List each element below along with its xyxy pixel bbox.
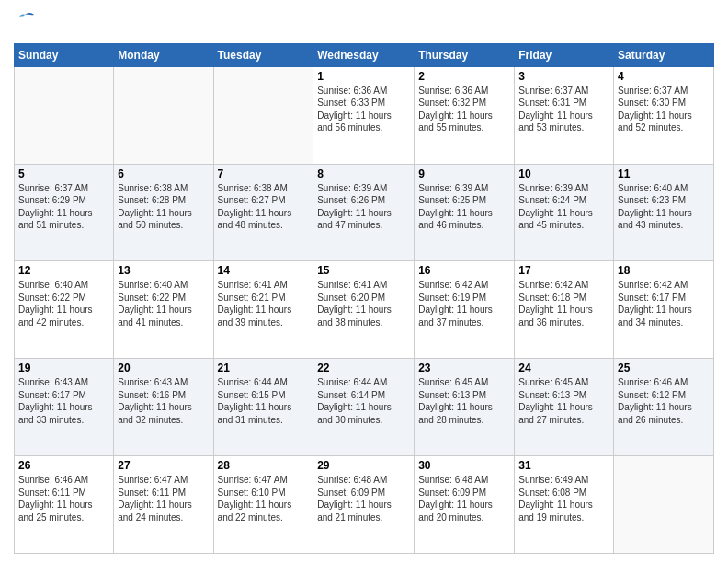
cell-content: Sunrise: 6:39 AMSunset: 6:25 PMDaylight:… — [418, 182, 510, 232]
col-header-tuesday: Tuesday — [213, 43, 313, 66]
day-number: 30 — [418, 459, 510, 472]
col-header-friday: Friday — [515, 43, 614, 66]
calendar-cell: 19Sunrise: 6:43 AMSunset: 6:17 PMDayligh… — [15, 359, 114, 456]
calendar-cell — [15, 66, 114, 164]
calendar-header-row: SundayMondayTuesdayWednesdayThursdayFrid… — [15, 43, 714, 66]
day-number: 29 — [317, 459, 410, 472]
calendar-week-row: 12Sunrise: 6:40 AMSunset: 6:22 PMDayligh… — [15, 261, 714, 359]
calendar-cell — [614, 456, 714, 554]
day-number: 17 — [518, 264, 609, 277]
cell-content: Sunrise: 6:41 AMSunset: 6:21 PMDaylight:… — [218, 279, 310, 328]
cell-content: Sunrise: 6:36 AMSunset: 6:32 PMDaylight:… — [418, 85, 510, 134]
cell-content: Sunrise: 6:40 AMSunset: 6:22 PMDaylight:… — [118, 279, 209, 328]
day-number: 14 — [218, 264, 310, 277]
cell-content: Sunrise: 6:42 AMSunset: 6:19 PMDaylight:… — [418, 279, 510, 328]
day-number: 22 — [317, 362, 410, 374]
calendar-cell: 6Sunrise: 6:38 AMSunset: 6:28 PMDaylight… — [114, 164, 213, 261]
calendar-cell — [213, 66, 313, 164]
calendar-cell: 23Sunrise: 6:45 AMSunset: 6:13 PMDayligh… — [415, 359, 515, 456]
calendar-cell: 1Sunrise: 6:36 AMSunset: 6:33 PMDaylight… — [313, 66, 415, 164]
day-number: 6 — [118, 167, 209, 180]
day-number: 31 — [518, 459, 609, 472]
calendar-cell: 26Sunrise: 6:46 AMSunset: 6:11 PMDayligh… — [15, 456, 114, 554]
calendar-cell: 7Sunrise: 6:38 AMSunset: 6:27 PMDaylight… — [213, 164, 313, 261]
day-number: 7 — [218, 167, 310, 180]
logo — [14, 9, 38, 36]
calendar-cell: 18Sunrise: 6:42 AMSunset: 6:17 PMDayligh… — [614, 261, 714, 359]
calendar-cell: 24Sunrise: 6:45 AMSunset: 6:13 PMDayligh… — [515, 359, 614, 456]
calendar-cell: 4Sunrise: 6:37 AMSunset: 6:30 PMDaylight… — [614, 66, 714, 164]
cell-content: Sunrise: 6:46 AMSunset: 6:12 PMDaylight:… — [618, 376, 710, 426]
day-number: 20 — [118, 362, 209, 374]
calendar-cell: 22Sunrise: 6:44 AMSunset: 6:14 PMDayligh… — [313, 359, 415, 456]
calendar-week-row: 5Sunrise: 6:37 AMSunset: 6:29 PMDaylight… — [15, 164, 714, 261]
calendar-cell: 25Sunrise: 6:46 AMSunset: 6:12 PMDayligh… — [614, 359, 714, 456]
calendar-cell: 11Sunrise: 6:40 AMSunset: 6:23 PMDayligh… — [614, 164, 714, 261]
calendar-week-row: 19Sunrise: 6:43 AMSunset: 6:17 PMDayligh… — [15, 359, 714, 456]
day-number: 8 — [317, 167, 410, 180]
calendar-cell: 5Sunrise: 6:37 AMSunset: 6:29 PMDaylight… — [15, 164, 114, 261]
day-number: 28 — [218, 459, 310, 472]
calendar-cell: 9Sunrise: 6:39 AMSunset: 6:25 PMDaylight… — [415, 164, 515, 261]
logo-bird-icon — [16, 9, 38, 31]
cell-content: Sunrise: 6:42 AMSunset: 6:18 PMDaylight:… — [518, 279, 609, 328]
cell-content: Sunrise: 6:39 AMSunset: 6:24 PMDaylight:… — [518, 182, 609, 232]
cell-content: Sunrise: 6:48 AMSunset: 6:09 PMDaylight:… — [317, 474, 410, 523]
day-number: 26 — [18, 459, 109, 472]
calendar-week-row: 1Sunrise: 6:36 AMSunset: 6:33 PMDaylight… — [15, 66, 714, 164]
day-number: 12 — [18, 264, 109, 277]
col-header-sunday: Sunday — [15, 43, 114, 66]
calendar-table: SundayMondayTuesdayWednesdayThursdayFrid… — [14, 43, 714, 554]
cell-content: Sunrise: 6:43 AMSunset: 6:17 PMDaylight:… — [18, 376, 109, 426]
cell-content: Sunrise: 6:37 AMSunset: 6:30 PMDaylight:… — [618, 85, 710, 134]
cell-content: Sunrise: 6:49 AMSunset: 6:08 PMDaylight:… — [518, 474, 609, 523]
cell-content: Sunrise: 6:46 AMSunset: 6:11 PMDaylight:… — [18, 474, 109, 523]
calendar-cell — [114, 66, 213, 164]
logo-text — [14, 9, 38, 36]
calendar-cell: 10Sunrise: 6:39 AMSunset: 6:24 PMDayligh… — [515, 164, 614, 261]
day-number: 27 — [118, 459, 209, 472]
calendar-cell: 27Sunrise: 6:47 AMSunset: 6:11 PMDayligh… — [114, 456, 213, 554]
calendar-cell: 2Sunrise: 6:36 AMSunset: 6:32 PMDaylight… — [415, 66, 515, 164]
cell-content: Sunrise: 6:37 AMSunset: 6:31 PMDaylight:… — [518, 85, 609, 134]
cell-content: Sunrise: 6:41 AMSunset: 6:20 PMDaylight:… — [317, 279, 410, 328]
calendar-cell: 21Sunrise: 6:44 AMSunset: 6:15 PMDayligh… — [213, 359, 313, 456]
day-number: 2 — [418, 70, 510, 83]
day-number: 13 — [118, 264, 209, 277]
col-header-thursday: Thursday — [415, 43, 515, 66]
day-number: 16 — [418, 264, 510, 277]
header — [14, 9, 714, 36]
cell-content: Sunrise: 6:45 AMSunset: 6:13 PMDaylight:… — [418, 376, 510, 426]
cell-content: Sunrise: 6:40 AMSunset: 6:22 PMDaylight:… — [18, 279, 109, 328]
calendar-cell: 29Sunrise: 6:48 AMSunset: 6:09 PMDayligh… — [313, 456, 415, 554]
cell-content: Sunrise: 6:44 AMSunset: 6:15 PMDaylight:… — [218, 376, 310, 426]
day-number: 23 — [418, 362, 510, 374]
cell-content: Sunrise: 6:38 AMSunset: 6:27 PMDaylight:… — [218, 182, 310, 232]
cell-content: Sunrise: 6:42 AMSunset: 6:17 PMDaylight:… — [618, 279, 710, 328]
calendar-cell: 3Sunrise: 6:37 AMSunset: 6:31 PMDaylight… — [515, 66, 614, 164]
day-number: 18 — [618, 264, 710, 277]
calendar-cell: 12Sunrise: 6:40 AMSunset: 6:22 PMDayligh… — [15, 261, 114, 359]
day-number: 15 — [317, 264, 410, 277]
calendar-cell: 16Sunrise: 6:42 AMSunset: 6:19 PMDayligh… — [415, 261, 515, 359]
calendar-cell: 14Sunrise: 6:41 AMSunset: 6:21 PMDayligh… — [213, 261, 313, 359]
calendar-cell: 17Sunrise: 6:42 AMSunset: 6:18 PMDayligh… — [515, 261, 614, 359]
cell-content: Sunrise: 6:44 AMSunset: 6:14 PMDaylight:… — [317, 376, 410, 426]
cell-content: Sunrise: 6:38 AMSunset: 6:28 PMDaylight:… — [118, 182, 209, 232]
col-header-wednesday: Wednesday — [313, 43, 415, 66]
calendar-cell: 13Sunrise: 6:40 AMSunset: 6:22 PMDayligh… — [114, 261, 213, 359]
day-number: 3 — [518, 70, 609, 83]
calendar-cell: 20Sunrise: 6:43 AMSunset: 6:16 PMDayligh… — [114, 359, 213, 456]
day-number: 9 — [418, 167, 510, 180]
cell-content: Sunrise: 6:37 AMSunset: 6:29 PMDaylight:… — [18, 182, 109, 232]
cell-content: Sunrise: 6:40 AMSunset: 6:23 PMDaylight:… — [618, 182, 710, 232]
calendar-cell: 31Sunrise: 6:49 AMSunset: 6:08 PMDayligh… — [515, 456, 614, 554]
calendar-cell: 15Sunrise: 6:41 AMSunset: 6:20 PMDayligh… — [313, 261, 415, 359]
day-number: 24 — [518, 362, 609, 374]
col-header-monday: Monday — [114, 43, 213, 66]
day-number: 10 — [518, 167, 609, 180]
calendar-week-row: 26Sunrise: 6:46 AMSunset: 6:11 PMDayligh… — [15, 456, 714, 554]
calendar-cell: 28Sunrise: 6:47 AMSunset: 6:10 PMDayligh… — [213, 456, 313, 554]
cell-content: Sunrise: 6:39 AMSunset: 6:26 PMDaylight:… — [317, 182, 410, 232]
day-number: 4 — [618, 70, 710, 83]
